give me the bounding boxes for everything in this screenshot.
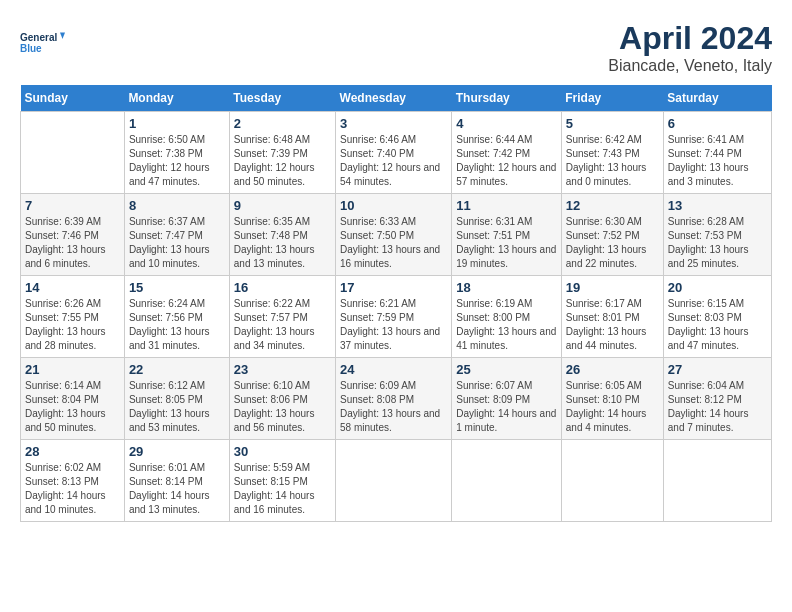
calendar-day-cell: 6 Sunrise: 6:41 AMSunset: 7:44 PMDayligh…	[663, 112, 771, 194]
calendar-day-cell: 14 Sunrise: 6:26 AMSunset: 7:55 PMDaylig…	[21, 276, 125, 358]
title-block: April 2024 Biancade, Veneto, Italy	[608, 20, 772, 75]
day-info: Sunrise: 5:59 AMSunset: 8:15 PMDaylight:…	[234, 461, 331, 517]
day-number: 26	[566, 362, 659, 377]
calendar-day-cell: 3 Sunrise: 6:46 AMSunset: 7:40 PMDayligh…	[336, 112, 452, 194]
day-number: 8	[129, 198, 225, 213]
day-info: Sunrise: 6:41 AMSunset: 7:44 PMDaylight:…	[668, 133, 767, 189]
day-info: Sunrise: 6:30 AMSunset: 7:52 PMDaylight:…	[566, 215, 659, 271]
header-saturday: Saturday	[663, 85, 771, 112]
calendar-week-row: 14 Sunrise: 6:26 AMSunset: 7:55 PMDaylig…	[21, 276, 772, 358]
day-number: 23	[234, 362, 331, 377]
calendar-day-cell: 17 Sunrise: 6:21 AMSunset: 7:59 PMDaylig…	[336, 276, 452, 358]
day-info: Sunrise: 6:24 AMSunset: 7:56 PMDaylight:…	[129, 297, 225, 353]
calendar-week-row: 1 Sunrise: 6:50 AMSunset: 7:38 PMDayligh…	[21, 112, 772, 194]
page-title: April 2024	[608, 20, 772, 57]
calendar-day-cell: 30 Sunrise: 5:59 AMSunset: 8:15 PMDaylig…	[229, 440, 335, 522]
header-wednesday: Wednesday	[336, 85, 452, 112]
svg-marker-2	[60, 33, 65, 40]
calendar-week-row: 7 Sunrise: 6:39 AMSunset: 7:46 PMDayligh…	[21, 194, 772, 276]
calendar-day-cell: 4 Sunrise: 6:44 AMSunset: 7:42 PMDayligh…	[452, 112, 562, 194]
day-info: Sunrise: 6:37 AMSunset: 7:47 PMDaylight:…	[129, 215, 225, 271]
calendar-day-cell: 16 Sunrise: 6:22 AMSunset: 7:57 PMDaylig…	[229, 276, 335, 358]
day-number: 22	[129, 362, 225, 377]
day-number: 2	[234, 116, 331, 131]
calendar-day-cell: 21 Sunrise: 6:14 AMSunset: 8:04 PMDaylig…	[21, 358, 125, 440]
day-number: 29	[129, 444, 225, 459]
day-info: Sunrise: 6:17 AMSunset: 8:01 PMDaylight:…	[566, 297, 659, 353]
day-number: 3	[340, 116, 447, 131]
day-number: 19	[566, 280, 659, 295]
day-info: Sunrise: 6:05 AMSunset: 8:10 PMDaylight:…	[566, 379, 659, 435]
day-info: Sunrise: 6:33 AMSunset: 7:50 PMDaylight:…	[340, 215, 447, 271]
calendar-day-cell: 9 Sunrise: 6:35 AMSunset: 7:48 PMDayligh…	[229, 194, 335, 276]
day-info: Sunrise: 6:48 AMSunset: 7:39 PMDaylight:…	[234, 133, 331, 189]
day-info: Sunrise: 6:15 AMSunset: 8:03 PMDaylight:…	[668, 297, 767, 353]
header-thursday: Thursday	[452, 85, 562, 112]
header-friday: Friday	[561, 85, 663, 112]
calendar-day-cell: 27 Sunrise: 6:04 AMSunset: 8:12 PMDaylig…	[663, 358, 771, 440]
calendar-day-cell: 2 Sunrise: 6:48 AMSunset: 7:39 PMDayligh…	[229, 112, 335, 194]
day-number: 1	[129, 116, 225, 131]
day-number: 28	[25, 444, 120, 459]
day-info: Sunrise: 6:42 AMSunset: 7:43 PMDaylight:…	[566, 133, 659, 189]
day-info: Sunrise: 6:19 AMSunset: 8:00 PMDaylight:…	[456, 297, 557, 353]
day-number: 30	[234, 444, 331, 459]
calendar-day-cell	[21, 112, 125, 194]
logo: General Blue	[20, 20, 65, 65]
day-number: 6	[668, 116, 767, 131]
day-info: Sunrise: 6:31 AMSunset: 7:51 PMDaylight:…	[456, 215, 557, 271]
calendar-day-cell: 1 Sunrise: 6:50 AMSunset: 7:38 PMDayligh…	[124, 112, 229, 194]
day-info: Sunrise: 6:35 AMSunset: 7:48 PMDaylight:…	[234, 215, 331, 271]
calendar-day-cell: 15 Sunrise: 6:24 AMSunset: 7:56 PMDaylig…	[124, 276, 229, 358]
day-number: 27	[668, 362, 767, 377]
day-number: 7	[25, 198, 120, 213]
calendar-day-cell: 8 Sunrise: 6:37 AMSunset: 7:47 PMDayligh…	[124, 194, 229, 276]
calendar-day-cell: 22 Sunrise: 6:12 AMSunset: 8:05 PMDaylig…	[124, 358, 229, 440]
calendar-day-cell: 29 Sunrise: 6:01 AMSunset: 8:14 PMDaylig…	[124, 440, 229, 522]
header-sunday: Sunday	[21, 85, 125, 112]
calendar-day-cell: 12 Sunrise: 6:30 AMSunset: 7:52 PMDaylig…	[561, 194, 663, 276]
calendar-day-cell: 10 Sunrise: 6:33 AMSunset: 7:50 PMDaylig…	[336, 194, 452, 276]
calendar-day-cell: 26 Sunrise: 6:05 AMSunset: 8:10 PMDaylig…	[561, 358, 663, 440]
day-info: Sunrise: 6:04 AMSunset: 8:12 PMDaylight:…	[668, 379, 767, 435]
day-number: 16	[234, 280, 331, 295]
day-info: Sunrise: 6:39 AMSunset: 7:46 PMDaylight:…	[25, 215, 120, 271]
page-subtitle: Biancade, Veneto, Italy	[608, 57, 772, 75]
day-number: 9	[234, 198, 331, 213]
calendar-header-row: Sunday Monday Tuesday Wednesday Thursday…	[21, 85, 772, 112]
day-info: Sunrise: 6:44 AMSunset: 7:42 PMDaylight:…	[456, 133, 557, 189]
calendar-day-cell	[336, 440, 452, 522]
calendar-week-row: 21 Sunrise: 6:14 AMSunset: 8:04 PMDaylig…	[21, 358, 772, 440]
day-number: 21	[25, 362, 120, 377]
day-number: 17	[340, 280, 447, 295]
day-number: 4	[456, 116, 557, 131]
day-number: 20	[668, 280, 767, 295]
header-tuesday: Tuesday	[229, 85, 335, 112]
calendar-day-cell: 28 Sunrise: 6:02 AMSunset: 8:13 PMDaylig…	[21, 440, 125, 522]
calendar-day-cell: 13 Sunrise: 6:28 AMSunset: 7:53 PMDaylig…	[663, 194, 771, 276]
day-info: Sunrise: 6:26 AMSunset: 7:55 PMDaylight:…	[25, 297, 120, 353]
calendar-day-cell: 5 Sunrise: 6:42 AMSunset: 7:43 PMDayligh…	[561, 112, 663, 194]
day-number: 5	[566, 116, 659, 131]
day-info: Sunrise: 6:14 AMSunset: 8:04 PMDaylight:…	[25, 379, 120, 435]
calendar-day-cell	[452, 440, 562, 522]
day-number: 15	[129, 280, 225, 295]
page-header: General Blue April 2024 Biancade, Veneto…	[20, 20, 772, 75]
day-number: 11	[456, 198, 557, 213]
day-info: Sunrise: 6:46 AMSunset: 7:40 PMDaylight:…	[340, 133, 447, 189]
calendar-day-cell: 19 Sunrise: 6:17 AMSunset: 8:01 PMDaylig…	[561, 276, 663, 358]
day-info: Sunrise: 6:12 AMSunset: 8:05 PMDaylight:…	[129, 379, 225, 435]
calendar-day-cell	[561, 440, 663, 522]
calendar-day-cell: 24 Sunrise: 6:09 AMSunset: 8:08 PMDaylig…	[336, 358, 452, 440]
day-info: Sunrise: 6:01 AMSunset: 8:14 PMDaylight:…	[129, 461, 225, 517]
svg-text:General: General	[20, 32, 57, 43]
calendar-day-cell: 7 Sunrise: 6:39 AMSunset: 7:46 PMDayligh…	[21, 194, 125, 276]
day-number: 14	[25, 280, 120, 295]
calendar-day-cell: 18 Sunrise: 6:19 AMSunset: 8:00 PMDaylig…	[452, 276, 562, 358]
calendar-day-cell: 25 Sunrise: 6:07 AMSunset: 8:09 PMDaylig…	[452, 358, 562, 440]
calendar-day-cell	[663, 440, 771, 522]
day-info: Sunrise: 6:07 AMSunset: 8:09 PMDaylight:…	[456, 379, 557, 435]
calendar-day-cell: 23 Sunrise: 6:10 AMSunset: 8:06 PMDaylig…	[229, 358, 335, 440]
day-info: Sunrise: 6:09 AMSunset: 8:08 PMDaylight:…	[340, 379, 447, 435]
day-number: 10	[340, 198, 447, 213]
